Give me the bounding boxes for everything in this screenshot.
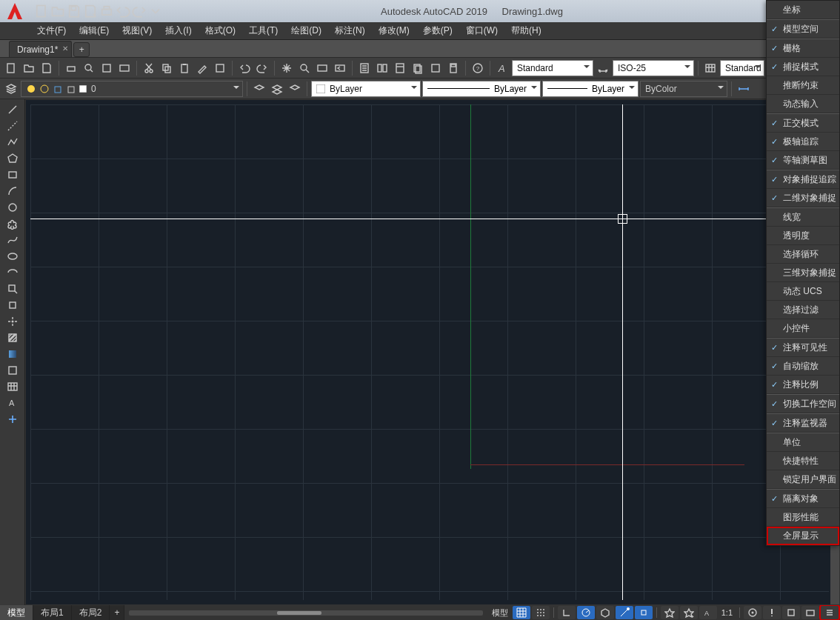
layer-iso-icon[interactable] [287,81,303,97]
autoscale-toggle[interactable] [680,606,698,619]
layout-tab-layout1[interactable]: 布局1 [33,605,72,620]
popup-item[interactable]: 快捷特性 [767,452,839,470]
measure-icon[interactable] [736,81,752,97]
status-model-label[interactable]: 模型 [489,607,511,619]
line-icon[interactable] [3,102,22,117]
spline-icon[interactable] [3,233,22,247]
text-style-dropdown[interactable]: Standard [512,60,593,76]
arc-icon[interactable] [3,184,22,199]
revcloud-icon[interactable] [3,216,22,231]
layout-tab-add[interactable]: + [110,605,124,620]
layer-dropdown[interactable]: 0 [21,81,243,97]
circle-icon[interactable] [3,200,22,215]
help-icon[interactable]: ? [470,60,486,76]
popup-item[interactable]: ✓隔离对象 [767,490,839,508]
popup-item[interactable]: 单位 [767,433,839,452]
region-icon[interactable] [3,363,22,378]
markup-icon[interactable] [427,60,444,76]
dim-style-dropdown[interactable]: ISO-25 [613,60,694,76]
popup-item[interactable]: 动态 UCS [767,282,839,301]
popup-item[interactable]: 动态输入 [767,95,839,113]
dimstyle-icon[interactable] [595,60,611,76]
mtext-icon[interactable]: A [3,396,22,410]
undo-icon[interactable] [116,4,130,19]
make-block-icon[interactable] [3,298,22,313]
new-tab-button[interactable]: + [73,42,90,57]
popup-item[interactable]: ✓捕捉模式 [767,58,839,76]
new-icon[interactable] [3,60,19,76]
menu-param[interactable]: 参数(P) [423,24,453,37]
snap-toggle[interactable] [532,606,550,619]
polygon-icon[interactable] [3,151,22,166]
redo-icon[interactable] [254,60,270,76]
popup-item[interactable]: 三维对象捕捉 [767,264,839,282]
menu-modify[interactable]: 修改(M) [379,24,410,37]
layout-tab-layout2[interactable]: 布局2 [72,605,110,620]
popup-item[interactable]: 推断约束 [767,76,839,95]
toolpalettes-icon[interactable] [392,60,408,76]
ellipse-icon[interactable] [3,249,22,264]
sheetset-icon[interactable] [410,60,426,76]
popup-item[interactable]: 小控件 [767,319,839,338]
hatch-icon[interactable] [3,330,22,345]
layer-prev-icon[interactable] [251,81,267,97]
menu-insert[interactable]: 插入(I) [165,24,191,37]
zoom-icon[interactable] [296,60,313,76]
workspace-switch[interactable] [744,606,761,619]
document-tab[interactable]: Drawing1* ✕ [9,41,72,57]
designcenter-icon[interactable] [374,60,390,76]
popup-item[interactable]: ✓注释监视器 [767,414,839,433]
table-icon[interactable] [3,379,22,394]
cut-icon[interactable] [141,60,157,76]
save-icon[interactable] [67,4,81,19]
popup-item[interactable]: 线宽 [767,208,839,227]
print-icon[interactable] [99,4,114,19]
properties-icon[interactable] [356,60,373,76]
ellipse-arc-icon[interactable] [3,265,22,280]
save-icon[interactable] [39,60,55,76]
textstyle-icon[interactable]: A [494,60,510,76]
ortho-toggle[interactable] [558,606,576,619]
insert-block-icon[interactable] [3,281,22,296]
annotation-visibility-toggle[interactable] [661,606,679,619]
annotation-monitor[interactable] [763,606,781,619]
menu-edit[interactable]: 编辑(E) [79,24,109,37]
popup-item[interactable]: 选择过滤 [767,301,839,319]
saveas-icon[interactable] [83,4,98,19]
layer-state-icon[interactable] [269,81,285,97]
zoom-prev-icon[interactable] [332,60,348,76]
zoom-window-icon[interactable] [314,60,330,76]
isolate-objects[interactable] [782,606,800,619]
new-icon[interactable] [34,4,49,19]
popup-item[interactable]: ✓切换工作空间 [767,395,839,413]
popup-item[interactable]: ✓栅格 [767,39,839,58]
gradient-icon[interactable] [3,347,22,361]
customize-status-button[interactable] [821,606,839,619]
popup-item[interactable]: 全屏显示 [767,527,839,545]
menu-window[interactable]: 窗口(W) [466,24,498,37]
popup-item[interactable]: 坐标 [767,1,839,19]
color-dropdown[interactable]: ByLayer [311,81,421,97]
print-icon[interactable] [63,60,79,76]
menu-tools[interactable]: 工具(T) [249,24,278,37]
calc-icon[interactable] [445,60,461,76]
popup-item[interactable]: ✓二维对象捕捉 [767,189,839,207]
qat-dropdown-icon[interactable] [148,4,163,19]
redo-icon[interactable] [132,4,147,19]
hardware-accel[interactable] [801,606,819,619]
3ddwf-icon[interactable] [116,60,133,76]
popup-item[interactable]: 选择循环 [767,245,839,264]
popup-item[interactable]: ✓正交模式 [767,114,839,133]
matchprop-icon[interactable] [194,60,210,76]
layer-manager-icon[interactable] [3,81,19,97]
popup-item[interactable]: 透明度 [767,227,839,245]
rectangle-icon[interactable] [3,167,22,182]
polyline-icon[interactable] [3,135,22,150]
scrollbar-thumb[interactable] [277,611,321,615]
popup-item[interactable]: ✓对象捕捉追踪 [767,170,839,189]
annoscale-toggle[interactable]: A [699,606,717,619]
app-logo[interactable] [0,0,30,22]
popup-item[interactable]: ✓注释比例 [767,376,839,394]
otrack-toggle[interactable] [616,606,633,619]
popup-item[interactable]: ✓自动缩放 [767,357,839,376]
